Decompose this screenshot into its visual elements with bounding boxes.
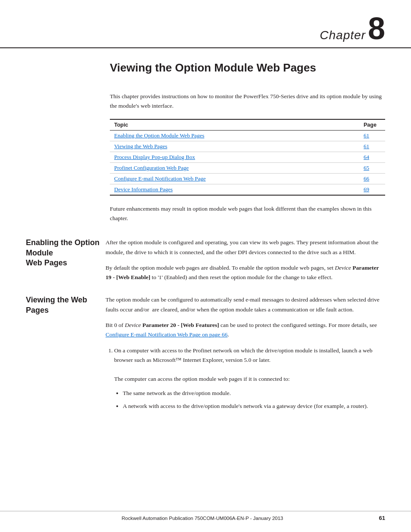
viewing-para-1: The option module can be configured to a… (106, 295, 385, 314)
toc-link[interactable]: Process Display Pop-up Dialog Box (114, 154, 195, 160)
toc-cell-page: 65 (359, 163, 385, 174)
viewing-bold-param: Parameter 20 - [Web Features] (141, 322, 219, 328)
page-footer: Rockwell Automation Publication 750COM-U… (0, 511, 411, 521)
toc-cell-topic: Viewing the Web Pages (110, 141, 359, 152)
header-rule (0, 47, 411, 48)
viewing-italic-device: Device (125, 322, 141, 328)
toc-cell-page: 66 (359, 174, 385, 184)
toc-col-page: Page (359, 119, 385, 131)
section-content-viewing: The option module can be configured to a… (106, 295, 385, 416)
page: Chapter8 Viewing the Option Module Web P… (0, 0, 411, 532)
numbered-item-1: On a computer with access to the Profine… (114, 346, 385, 411)
section-enabling: Enabling the Option ModuleWeb Pages Afte… (26, 238, 385, 282)
section-heading-text-viewing: Viewing the Web Pages (26, 295, 101, 315)
heading-line1-viewing: Viewing the Web Pages (26, 296, 87, 314)
toc-row: Viewing the Web Pages61 (110, 141, 385, 152)
enabling-para-2: By default the option module web pages a… (106, 263, 385, 283)
intro-paragraph: This chapter provides instructions on ho… (110, 93, 382, 109)
toc-col-topic: Topic (110, 119, 359, 131)
footer-center: Rockwell Automation Publication 750COM-U… (26, 516, 379, 521)
toc-link[interactable]: Viewing the Web Pages (114, 143, 167, 149)
toc-page-link[interactable]: 61 (364, 143, 369, 149)
bullet-item-2: A network with access to the drive/optio… (123, 401, 385, 411)
toc-row: Profinet Configuration Web Page65 (110, 163, 385, 174)
toc-cell-page: 69 (359, 184, 385, 196)
toc-link[interactable]: Enabling the Option Module Web Pages (114, 132, 204, 139)
numbered-item-1-sub: The computer can access the option modul… (114, 376, 290, 382)
chapter-number: 8 (368, 11, 385, 46)
toc-link[interactable]: Device Information Pages (114, 186, 173, 193)
enabling-para-1: After the option module is configured an… (106, 238, 385, 257)
configure-email-link[interactable]: Configure E-mail Notification Web Page o… (106, 331, 227, 338)
toc-link[interactable]: Configure E-mail Notification Web Page (114, 175, 206, 182)
toc-page-link[interactable]: 69 (364, 186, 369, 193)
toc-cell-page: 64 (359, 152, 385, 163)
section-heading-enabling: Enabling the Option ModuleWeb Pages (26, 238, 106, 282)
enabling-italic-device: Device (335, 264, 351, 271)
toc-row: Enabling the Option Module Web Pages61 (110, 131, 385, 141)
toc-table: Topic Page Enabling the Option Module We… (110, 119, 385, 196)
toc-page-link[interactable]: 66 (364, 175, 369, 182)
content-area: Viewing the Option Module Web Pages This… (0, 61, 411, 455)
toc-cell-topic: Enabling the Option Module Web Pages (110, 131, 359, 141)
chapter-header: Chapter8 (0, 0, 411, 44)
footer-publication: Rockwell Automation Publication 750COM-U… (121, 516, 283, 521)
toc-page-link[interactable]: 61 (364, 132, 369, 139)
toc-page-link[interactable]: 65 (364, 165, 369, 171)
viewing-para-2: Bit 0 of Device Parameter 20 - [Web Feat… (106, 320, 385, 340)
intro-text: This chapter provides instructions on ho… (26, 92, 385, 110)
chapter-label: Chapter (320, 28, 366, 42)
bullet-list-1: The same network as the drive/option mod… (123, 389, 385, 411)
toc-cell-topic: Configure E-mail Notification Web Page (110, 174, 359, 184)
toc-cell-page: 61 (359, 141, 385, 152)
numbered-list: On a computer with access to the Profine… (114, 346, 385, 411)
section-heading-text-enabling: Enabling the Option ModuleWeb Pages (26, 238, 101, 268)
section-viewing: Viewing the Web Pages The option module … (26, 295, 385, 416)
section-content-enabling: After the option module is configured an… (106, 238, 385, 282)
footer-page-number: 61 (379, 515, 385, 521)
toc-row: Device Information Pages69 (110, 184, 385, 196)
toc-cell-topic: Profinet Configuration Web Page (110, 163, 359, 174)
toc-page-link[interactable]: 64 (364, 154, 369, 160)
numbered-item-1-text: On a computer with access to the Profine… (114, 347, 372, 363)
toc-row: Configure E-mail Notification Web Page66 (110, 174, 385, 184)
toc-cell-topic: Process Display Pop-up Dialog Box (110, 152, 359, 163)
toc-cell-page: 61 (359, 131, 385, 141)
bullet-item-1: The same network as the drive/option mod… (123, 389, 385, 398)
toc-row: Process Display Pop-up Dialog Box64 (110, 152, 385, 163)
page-title: Viewing the Option Module Web Pages (26, 61, 385, 75)
heading-line1-enabling: Enabling the Option ModuleWeb Pages (26, 238, 100, 267)
toc-cell-topic: Device Information Pages (110, 184, 359, 196)
toc-link[interactable]: Profinet Configuration Web Page (114, 165, 189, 171)
future-text: Future enhancements may result in option… (26, 204, 385, 223)
section-heading-viewing: Viewing the Web Pages (26, 295, 106, 416)
